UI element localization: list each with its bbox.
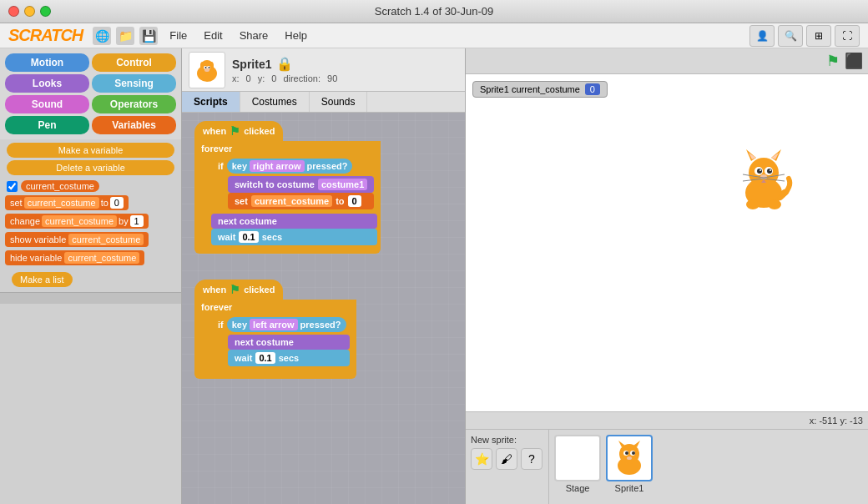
- cat-looks[interactable]: Looks: [5, 74, 89, 93]
- tab-bar: Scripts Costumes Sounds: [182, 92, 465, 113]
- cat-sensing[interactable]: Sensing: [92, 74, 176, 93]
- minimize-button[interactable]: [24, 6, 35, 17]
- wait-block-2[interactable]: wait 0.1 secs: [228, 350, 350, 366]
- sprite-tile-sprite1[interactable]: Sprite1: [606, 435, 653, 493]
- set-var-selector[interactable]: current_costume: [24, 197, 99, 209]
- set-val-1[interactable]: 0: [348, 195, 361, 207]
- svg-point-28: [768, 199, 781, 209]
- show-var-selector[interactable]: current_costume: [68, 234, 144, 245]
- svg-point-8: [204, 68, 209, 72]
- tab-sounds[interactable]: Sounds: [310, 92, 368, 112]
- sprite-stage-thumb: [554, 435, 601, 481]
- key-block-2[interactable]: key left arrow pressed?: [227, 317, 346, 332]
- window-buttons: [8, 6, 51, 17]
- sprite-x: 0: [246, 73, 251, 83]
- show-var-row: show variable current_costume: [0, 230, 181, 249]
- if-block-2[interactable]: if key left arrow pressed?: [211, 315, 353, 335]
- key-val-2[interactable]: left arrow: [250, 319, 298, 330]
- scripts-area[interactable]: when ⚑ clicked forever if: [182, 113, 465, 504]
- new-sprite-star-btn[interactable]: ⭐: [471, 448, 492, 470]
- grid-icon[interactable]: ⊞: [806, 25, 831, 47]
- tab-scripts[interactable]: Scripts: [182, 92, 240, 112]
- sprite-coords: x: 0 y: 0 direction: 90: [232, 73, 337, 83]
- stop-btn[interactable]: ⬛: [845, 52, 863, 70]
- switch-costume-block[interactable]: switch to costume costume1: [228, 176, 374, 193]
- forever-inner-1: if key right arrow pressed? sw: [194, 156, 381, 245]
- sprite-name: Sprite1: [232, 58, 271, 71]
- sprite-thumbnail: [189, 52, 225, 88]
- left-scrollbar[interactable]: [0, 292, 181, 304]
- hide-var-block[interactable]: hide variable current_costume: [5, 250, 144, 265]
- wait-block-1[interactable]: wait 0.1 secs: [211, 229, 377, 245]
- set-var-block-1[interactable]: set current_costume to 0: [228, 193, 374, 209]
- menu-share[interactable]: Share: [233, 26, 275, 45]
- var-checkbox[interactable]: [7, 181, 18, 192]
- change-val[interactable]: 1: [130, 215, 144, 227]
- person-icon[interactable]: 👤: [749, 25, 775, 47]
- make-variable-btn[interactable]: Make a variable: [7, 143, 174, 158]
- var-display-value: 0: [585, 83, 600, 95]
- when-clicked-hat-2[interactable]: when ⚑ clicked: [194, 280, 283, 300]
- change-block-row: change current_costume by 1: [0, 212, 181, 230]
- change-var-selector[interactable]: current_costume: [42, 215, 117, 227]
- clicked-label-2: clicked: [244, 285, 275, 295]
- tab-costumes[interactable]: Costumes: [240, 92, 310, 112]
- script-2: when ⚑ clicked forever if key: [194, 280, 356, 379]
- window-title: Scratch 1.4 of 30-Jun-09: [375, 5, 493, 18]
- folder-icon[interactable]: 📁: [116, 27, 134, 45]
- green-flag-btn[interactable]: ⚑: [826, 52, 840, 70]
- new-sprite-folder-btn[interactable]: ?: [521, 448, 542, 470]
- toolbar-icons: 👤 🔍 ⊞ ⛶: [749, 25, 860, 47]
- sprite-tile-stage[interactable]: Stage: [554, 435, 601, 493]
- cat-motion[interactable]: Motion: [5, 53, 89, 72]
- change-block[interactable]: change current_costume by 1: [5, 214, 149, 229]
- cat-pen[interactable]: Pen: [5, 116, 89, 134]
- svg-point-20: [770, 169, 771, 171]
- main-layout: Motion Control Looks Sensing Sound Opera…: [0, 48, 868, 504]
- scratch-logo: SCRATCH: [8, 26, 83, 45]
- cat-sound[interactable]: Sound: [5, 95, 89, 113]
- svg-point-38: [632, 451, 635, 455]
- sprite-dir: 90: [327, 73, 337, 83]
- make-list-btn[interactable]: Make a list: [12, 272, 73, 287]
- zoom-icon[interactable]: 🔍: [778, 25, 803, 47]
- script2-stack: when ⚑ clicked forever if key: [194, 280, 356, 379]
- sprite1-thumb-svg: [608, 437, 650, 479]
- wait-val-1[interactable]: 0.1: [239, 231, 258, 243]
- var-name: current_costume: [21, 180, 99, 192]
- new-sprite-label: New sprite:: [471, 435, 543, 445]
- delete-variable-btn[interactable]: Delete a variable: [7, 160, 174, 175]
- svg-point-39: [627, 456, 632, 460]
- hide-var-selector[interactable]: current_costume: [64, 252, 139, 264]
- costume-val[interactable]: costume1: [318, 179, 367, 190]
- next-costume-block-2[interactable]: next costume: [228, 335, 350, 350]
- svg-point-7: [209, 67, 210, 68]
- cat-variables[interactable]: Variables: [92, 116, 176, 134]
- new-sprite-paint-btn[interactable]: 🖌: [496, 448, 517, 470]
- key-val-1[interactable]: right arrow: [250, 160, 304, 172]
- menu-file[interactable]: File: [163, 26, 194, 45]
- var-display: Sprite1 current_costume 0: [472, 81, 608, 98]
- show-var-block[interactable]: show variable current_costume: [5, 232, 149, 247]
- when-clicked-hat-1[interactable]: when ⚑ clicked: [194, 121, 283, 141]
- svg-point-27: [746, 199, 760, 209]
- next-costume-block-1[interactable]: next costume: [211, 214, 377, 229]
- save-icon[interactable]: 💾: [139, 27, 158, 45]
- set-block[interactable]: set current_costume to 0: [5, 195, 129, 210]
- if-block-1[interactable]: if key right arrow pressed?: [211, 156, 377, 176]
- set-var-name-1[interactable]: current_costume: [251, 195, 332, 207]
- key-block-1[interactable]: key right arrow pressed?: [227, 159, 353, 174]
- set-val[interactable]: 0: [110, 197, 124, 209]
- category-buttons: Motion Control Looks Sensing Sound Opera…: [0, 48, 181, 139]
- menu-edit[interactable]: Edit: [197, 26, 229, 45]
- when-label-1: when: [203, 126, 226, 136]
- cat-control[interactable]: Control: [92, 53, 176, 72]
- cat-operators[interactable]: Operators: [92, 95, 176, 113]
- globe-icon[interactable]: 🌐: [93, 27, 111, 45]
- menu-help[interactable]: Help: [278, 26, 314, 45]
- fullscreen-icon[interactable]: ⛶: [835, 25, 860, 47]
- stage: Sprite1 current_costume 0: [466, 74, 868, 411]
- maximize-button[interactable]: [40, 6, 51, 17]
- close-button[interactable]: [8, 6, 19, 17]
- wait-val-2[interactable]: 0.1: [255, 352, 275, 364]
